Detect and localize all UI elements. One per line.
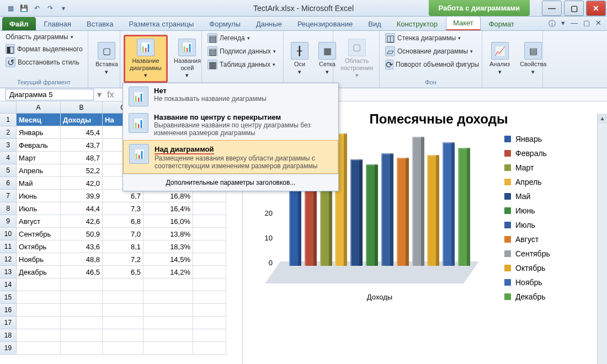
legend-item[interactable]: Январь — [504, 135, 550, 143]
save-icon[interactable]: 💾 — [19, 3, 29, 13]
cell[interactable]: 48,7 — [61, 152, 103, 164]
legend-item[interactable]: Апрель — [504, 178, 550, 186]
tab-chart-layout[interactable]: Макет — [446, 16, 481, 30]
bar[interactable] — [412, 137, 424, 266]
row-num[interactable]: 2 — [0, 126, 17, 139]
cell[interactable]: 18,3% — [143, 240, 193, 253]
legend-item[interactable]: Июнь — [504, 206, 550, 215]
cell[interactable]: 6,8 — [103, 215, 143, 228]
cell[interactable] — [193, 228, 226, 240]
cell[interactable]: 7,2 — [103, 253, 143, 266]
close-button[interactable]: ✕ — [586, 1, 606, 16]
legend-item[interactable]: Сентябрь — [504, 249, 550, 258]
chart-element-selector[interactable]: Область диаграммы▾ — [3, 32, 84, 42]
row-num[interactable]: 3 — [0, 139, 17, 152]
chart-floor-button[interactable]: ▱Основание диаграммы▾ — [383, 45, 478, 57]
tab-insert[interactable]: Вставка — [79, 17, 120, 30]
chart-wall-button[interactable]: ◫Стенка диаграммы▾ — [383, 32, 478, 44]
cell[interactable] — [193, 240, 226, 253]
row-num[interactable]: 15 — [0, 291, 17, 304]
cell[interactable]: 45,4 — [61, 126, 103, 139]
cell[interactable]: 52,2 — [61, 164, 103, 177]
cell[interactable]: 42,0 — [61, 177, 103, 190]
row-num[interactable]: 18 — [0, 329, 17, 342]
cell[interactable]: 42,6 — [61, 215, 103, 228]
tab-data[interactable]: Данные — [249, 17, 289, 30]
cell[interactable]: 43,6 — [61, 240, 103, 253]
tab-review[interactable]: Рецензирование — [290, 17, 360, 30]
analysis-button[interactable]: 📈Анализ▾ — [486, 40, 514, 77]
namebox-arrow-icon[interactable]: ▾ — [94, 89, 105, 100]
tab-chart-format[interactable]: Формат — [482, 17, 521, 30]
excel-icon[interactable]: ▦ — [6, 3, 15, 13]
row-num[interactable]: 14 — [0, 279, 17, 291]
legend-item[interactable]: Декабрь — [504, 292, 550, 301]
cell[interactable]: Доходы — [61, 114, 103, 126]
col-B[interactable]: B — [61, 101, 103, 114]
cell[interactable]: Апрель — [17, 164, 61, 177]
cell[interactable]: Июль — [17, 202, 61, 215]
cell[interactable]: Октябрь — [17, 240, 61, 253]
row-num[interactable]: 7 — [0, 190, 17, 202]
bar[interactable] — [427, 155, 439, 266]
cell[interactable] — [193, 253, 226, 266]
row-num[interactable]: 17 — [0, 317, 17, 329]
cell[interactable]: 6,7 — [103, 190, 143, 202]
bar[interactable] — [350, 159, 363, 266]
legend-item[interactable]: Октябрь — [504, 264, 550, 272]
row-1[interactable]: 1 — [0, 114, 17, 126]
cell[interactable]: Январь — [17, 126, 61, 139]
select-all[interactable] — [0, 101, 17, 114]
rotation-button[interactable]: ⟳Поворот объемной фигуры — [383, 58, 478, 71]
workbook-close-icon[interactable]: ✕ — [595, 19, 601, 29]
tab-formulas[interactable]: Формулы — [202, 17, 248, 30]
maximize-button[interactable]: ▢ — [564, 1, 584, 16]
cell[interactable]: Май — [17, 177, 61, 190]
cell[interactable]: 14,5% — [143, 253, 193, 266]
cell[interactable]: 46,5 — [61, 266, 103, 279]
legend-item[interactable]: Март — [504, 163, 550, 172]
tab-page-layout[interactable]: Разметка страницы — [121, 17, 201, 30]
row-num[interactable]: 11 — [0, 240, 17, 253]
qat-more-icon[interactable]: ▾ — [58, 3, 68, 13]
bar[interactable] — [381, 153, 393, 266]
cell[interactable]: 16,8% — [143, 190, 193, 202]
col-A[interactable]: A — [17, 101, 61, 114]
legend-item[interactable]: Июль — [504, 221, 550, 229]
cell[interactable] — [193, 202, 226, 215]
bar[interactable] — [397, 158, 409, 266]
properties-button[interactable]: ▤Свойства▾ — [516, 40, 550, 77]
cell[interactable] — [193, 266, 226, 279]
undo-icon[interactable]: ↶ — [32, 3, 42, 13]
cell[interactable]: 6,5 — [103, 266, 143, 279]
cell[interactable]: Месяц — [17, 114, 61, 126]
row-num[interactable]: 19 — [0, 342, 17, 355]
row-num[interactable]: 12 — [0, 253, 17, 266]
legend-item[interactable]: Май — [504, 192, 550, 201]
row-num[interactable]: 10 — [0, 228, 17, 240]
insert-button[interactable]: ▢Вставка▾ — [92, 40, 122, 77]
workbook-min-icon[interactable]: — — [571, 19, 578, 29]
cell[interactable]: 7,0 — [103, 228, 143, 240]
dd-more-options[interactable]: Дополнительные параметры заголовков... — [123, 174, 338, 191]
redo-icon[interactable]: ↷ — [45, 3, 55, 13]
workbook-max-icon[interactable]: ▢ — [583, 19, 590, 29]
row-num[interactable]: 5 — [0, 164, 17, 177]
minimize-button[interactable]: — — [542, 1, 562, 16]
cell[interactable]: Сентябрь — [17, 228, 61, 240]
fx-icon[interactable]: fx — [105, 90, 116, 100]
tab-view[interactable]: Вид — [361, 17, 388, 30]
cell[interactable]: 43,7 — [61, 139, 103, 152]
row-num[interactable]: 6 — [0, 177, 17, 190]
bar[interactable] — [366, 164, 378, 266]
cell[interactable]: 14,2% — [143, 266, 193, 279]
dd-option-none[interactable]: 📊 НетНе показывать название диаграммы — [123, 83, 338, 110]
legend-item[interactable]: Февраль — [504, 149, 550, 158]
cell[interactable]: 48,8 — [61, 253, 103, 266]
chart-title-button[interactable]: 📊Название диаграммы▾ — [124, 35, 168, 83]
cell[interactable]: 16,4% — [143, 202, 193, 215]
row-num[interactable]: 16 — [0, 304, 17, 317]
row-num[interactable]: 13 — [0, 266, 17, 279]
tab-chart-design[interactable]: Конструктор — [390, 17, 445, 30]
tab-file[interactable]: Файл — [2, 17, 36, 30]
